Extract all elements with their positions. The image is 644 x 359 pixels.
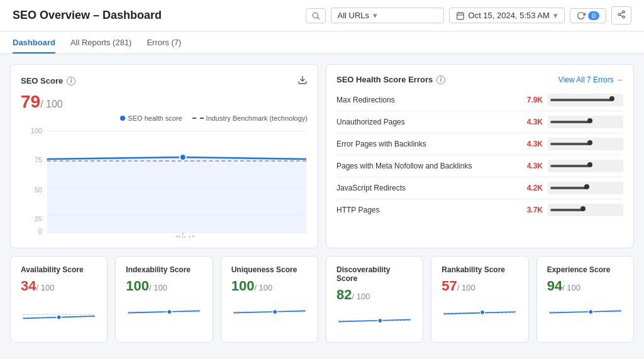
error-value: 4.3K bbox=[518, 118, 543, 126]
mini-chart bbox=[21, 299, 97, 324]
svg-text:Oct 15: Oct 15 bbox=[175, 235, 196, 238]
score-mini-value: 34/ 100 bbox=[21, 278, 97, 294]
svg-text:0: 0 bbox=[38, 228, 42, 235]
score-mini-denom: / 100 bbox=[254, 283, 272, 292]
mini-chart-svg bbox=[336, 308, 413, 333]
score-mini-denom: / 100 bbox=[352, 292, 370, 301]
download-button[interactable] bbox=[297, 75, 308, 87]
score-mini-value: 94/ 100 bbox=[547, 278, 623, 294]
tab-dashboard[interactable]: Dashboard bbox=[13, 31, 55, 53]
legend-dot-icon bbox=[120, 116, 125, 121]
error-bar-container bbox=[548, 182, 623, 194]
url-filter-label: All URLs bbox=[338, 11, 370, 20]
error-row: Pages with Meta Nofollow and Backlinks4.… bbox=[336, 155, 623, 177]
error-row: HTTP Pages3.7K bbox=[336, 199, 623, 221]
mini-chart bbox=[126, 299, 202, 324]
score-mini-title: Indexability Score bbox=[126, 265, 202, 274]
calendar-icon bbox=[456, 11, 465, 20]
page-title: SEO Overview – Dashboard bbox=[13, 9, 162, 22]
seo-score-value: 79/ 100 bbox=[21, 92, 308, 112]
score-mini-denom: / 100 bbox=[149, 283, 167, 292]
mini-chart-svg bbox=[126, 299, 202, 324]
chevron-down-icon: ▾ bbox=[373, 11, 377, 20]
svg-point-35 bbox=[480, 310, 485, 314]
mini-chart bbox=[336, 308, 413, 333]
error-value: 7.9K bbox=[518, 96, 543, 104]
svg-point-8 bbox=[623, 16, 625, 18]
svg-point-29 bbox=[167, 310, 172, 314]
seo-score-chart: 100 75 50 25 0 bbox=[21, 124, 308, 238]
main-content: SEO Score i 79/ 100 SEO health sco bbox=[0, 54, 644, 353]
url-filter-dropdown[interactable]: All URLs ▾ bbox=[331, 8, 444, 23]
mini-chart-svg bbox=[547, 299, 623, 324]
top-row: SEO Score i 79/ 100 SEO health sco bbox=[10, 64, 634, 248]
date-chevron-icon: ▾ bbox=[553, 11, 558, 20]
mini-chart-svg bbox=[441, 299, 518, 324]
score-mini-value: 100/ 100 bbox=[126, 278, 202, 294]
search-box[interactable] bbox=[306, 8, 326, 23]
svg-text:75: 75 bbox=[35, 156, 42, 163]
error-label: Unauthorized Pages bbox=[336, 118, 513, 126]
tab-all-reports[interactable]: All Reports (281) bbox=[70, 31, 132, 53]
seo-health-info-icon[interactable]: i bbox=[436, 75, 445, 84]
svg-line-10 bbox=[620, 13, 623, 14]
mini-chart bbox=[547, 299, 623, 324]
svg-point-27 bbox=[57, 315, 61, 319]
error-bar-container bbox=[548, 94, 623, 106]
score-mini-title: Experience Score bbox=[547, 265, 623, 274]
chart-legend: SEO health score Industry Benchmark (tec… bbox=[21, 114, 308, 122]
seo-score-info-icon[interactable]: i bbox=[67, 77, 75, 86]
mini-chart-svg bbox=[231, 299, 308, 324]
error-value: 4.3K bbox=[518, 162, 543, 170]
score-mini-title: Uniqueness Score bbox=[231, 265, 308, 274]
svg-point-33 bbox=[378, 319, 382, 323]
score-mini-denom: / 100 bbox=[457, 283, 475, 292]
score-mini-title: Availability Score bbox=[21, 265, 97, 274]
error-label: JavaScript Redirects bbox=[336, 184, 513, 192]
score-mini-title: Rankability Score bbox=[441, 265, 518, 274]
svg-point-31 bbox=[273, 310, 277, 314]
seo-score-header: SEO Score i bbox=[21, 75, 308, 87]
score-mini-denom: / 100 bbox=[36, 283, 54, 292]
score-mini-card: Availability Score 34/ 100 bbox=[10, 256, 108, 343]
svg-point-0 bbox=[313, 13, 318, 18]
score-mini-value: 100/ 100 bbox=[231, 278, 308, 294]
tab-errors[interactable]: Errors (7) bbox=[147, 31, 181, 53]
error-value: 4.3K bbox=[518, 140, 543, 148]
error-bar-dot bbox=[609, 96, 614, 101]
legend-health-score: SEO health score bbox=[120, 114, 182, 122]
error-bar-dot bbox=[584, 184, 589, 189]
error-bar-container bbox=[548, 138, 623, 150]
error-bar bbox=[550, 121, 590, 123]
seo-score-card: SEO Score i 79/ 100 SEO health sco bbox=[10, 64, 318, 248]
svg-text:100: 100 bbox=[31, 127, 42, 135]
error-label: Error Pages with Backlinks bbox=[336, 140, 513, 148]
share-icon bbox=[617, 10, 626, 19]
error-bar bbox=[550, 143, 590, 145]
error-label: Pages with Meta Nofollow and Backlinks bbox=[336, 162, 513, 170]
seo-health-title: SEO Health Score Errors i bbox=[336, 75, 445, 84]
mini-chart bbox=[441, 299, 518, 324]
error-bar-dot bbox=[587, 118, 592, 123]
score-cards-row: Availability Score 34/ 100 Indexability … bbox=[10, 256, 634, 343]
score-mini-denom: / 100 bbox=[562, 283, 580, 292]
mini-chart bbox=[231, 299, 308, 324]
mini-chart-svg bbox=[21, 299, 97, 324]
share-button[interactable] bbox=[611, 6, 631, 25]
refresh-button[interactable]: 0 bbox=[570, 8, 606, 23]
seo-health-card: SEO Health Score Errors i View All 7 Err… bbox=[326, 64, 634, 248]
error-bar bbox=[550, 99, 612, 101]
error-bar-container bbox=[548, 160, 623, 172]
seo-health-header: SEO Health Score Errors i View All 7 Err… bbox=[336, 75, 623, 84]
refresh-badge: 0 bbox=[588, 11, 599, 20]
score-mini-card: Experience Score 94/ 100 bbox=[536, 256, 634, 343]
date-picker[interactable]: Oct 15, 2024, 5:53 AM ▾ bbox=[449, 8, 565, 23]
legend-benchmark: Industry Benchmark (technology) bbox=[192, 114, 308, 122]
error-bar-container bbox=[548, 204, 623, 216]
view-all-errors-link[interactable]: View All 7 Errors → bbox=[558, 75, 623, 84]
header: SEO Overview – Dashboard All URLs ▾ Oct … bbox=[0, 0, 644, 31]
svg-text:25: 25 bbox=[35, 215, 42, 223]
score-mini-value: 82/ 100 bbox=[336, 287, 413, 303]
error-list: Max Redirections7.9KUnauthorized Pages4.… bbox=[336, 89, 623, 221]
seo-score-title: SEO Score i bbox=[21, 76, 75, 86]
